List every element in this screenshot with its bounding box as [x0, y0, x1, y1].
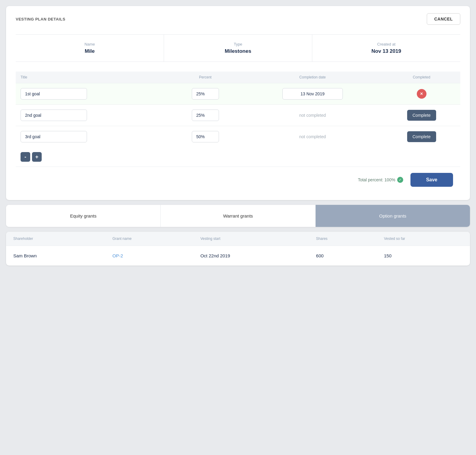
milestone-title-cell-2: [16, 126, 168, 148]
grants-header-row: Shareholder Grant name Vesting start Sha…: [6, 232, 470, 246]
grant-vesting-start: Oct 22nd 2019: [193, 246, 309, 266]
total-percent-label: Total percent: 100%: [358, 177, 395, 182]
milestone-percent-cell-2: [168, 126, 242, 148]
plan-info-row: Name Mile Type Milestones Created at Nov…: [16, 34, 460, 62]
milestone-percent-cell-0: [168, 83, 242, 105]
page-title: VESTING PLAN DETAILS: [16, 17, 65, 21]
grants-col-grant-name: Grant name: [105, 232, 193, 246]
milestone-title-input-1[interactable]: [21, 110, 87, 121]
total-percent-display: Total percent: 100% ✓: [358, 177, 403, 183]
col-header-completed: Completed: [383, 72, 460, 83]
type-value: Milestones: [169, 48, 307, 54]
tab-warrant-grants[interactable]: Warrant grants: [161, 205, 315, 227]
milestone-title-cell-0: [16, 83, 168, 105]
not-completed-text-1: not completed: [299, 113, 326, 118]
type-label: Type: [169, 42, 307, 46]
created-label: Created at: [317, 42, 455, 46]
table-row: not completedComplete: [16, 126, 460, 148]
add-remove-row: - +: [16, 147, 460, 167]
tabs-card: Equity grantsWarrant grantsOption grants: [6, 205, 470, 227]
cancel-button[interactable]: CANCEL: [427, 13, 460, 25]
col-header-title: Title: [16, 72, 168, 83]
grant-name-link[interactable]: OP-2: [112, 253, 123, 258]
milestone-percent-input-2[interactable]: [192, 131, 219, 142]
grants-col-shareholder: Shareholder: [6, 232, 105, 246]
grant-vested-so-far: 150: [377, 246, 470, 266]
tab-equity-grants[interactable]: Equity grants: [6, 205, 161, 227]
tab-option-grants[interactable]: Option grants: [316, 205, 470, 227]
table-row: ×: [16, 83, 460, 105]
milestone-action-cell-0: ×: [383, 83, 460, 105]
total-save-row: Total percent: 100% ✓ Save: [16, 167, 460, 193]
name-label: Name: [21, 42, 159, 46]
grants-table-row: Sam BrownOP-2Oct 22nd 2019600150: [6, 246, 470, 266]
grant-shares: 600: [309, 246, 377, 266]
grants-table: Shareholder Grant name Vesting start Sha…: [6, 232, 470, 266]
not-completed-text-2: not completed: [299, 134, 326, 139]
name-value: Mile: [21, 48, 159, 54]
save-button[interactable]: Save: [410, 173, 453, 187]
check-icon: ✓: [397, 177, 403, 183]
complete-button-1[interactable]: Complete: [407, 110, 436, 121]
plan-type-cell: Type Milestones: [164, 35, 312, 62]
complete-button-2[interactable]: Complete: [407, 131, 436, 142]
milestone-percent-input-0[interactable]: [192, 88, 219, 100]
table-header-row: Title Percent Completion date Completed: [16, 72, 460, 83]
add-milestone-button[interactable]: +: [32, 152, 42, 162]
milestone-title-input-2[interactable]: [21, 131, 87, 142]
grants-card: Shareholder Grant name Vesting start Sha…: [6, 232, 470, 266]
grants-col-vested: Vested so far: [377, 232, 470, 246]
grant-name-cell: OP-2: [105, 246, 193, 266]
table-row: not completedComplete: [16, 105, 460, 126]
col-header-percent: Percent: [168, 72, 242, 83]
vesting-plan-card: VESTING PLAN DETAILS CANCEL Name Mile Ty…: [6, 6, 470, 200]
milestone-action-cell-2: Complete: [383, 126, 460, 148]
card-header: VESTING PLAN DETAILS CANCEL: [16, 13, 460, 25]
milestone-action-cell-1: Complete: [383, 105, 460, 126]
grant-shareholder: Sam Brown: [6, 246, 105, 266]
milestone-title-cell-1: [16, 105, 168, 126]
milestone-date-cell-2: not completed: [242, 126, 383, 148]
uncomplete-button-0[interactable]: ×: [417, 89, 426, 99]
grants-col-vesting-start: Vesting start: [193, 232, 309, 246]
milestones-table: Title Percent Completion date Completed …: [16, 72, 460, 147]
created-value: Nov 13 2019: [317, 48, 455, 54]
milestone-title-input-0[interactable]: [21, 88, 87, 100]
col-header-completion-date: Completion date: [242, 72, 383, 83]
milestone-date-cell-0: [242, 83, 383, 105]
milestone-percent-input-1[interactable]: [192, 110, 219, 121]
milestone-date-cell-1: not completed: [242, 105, 383, 126]
remove-milestone-button[interactable]: -: [21, 152, 30, 162]
milestone-percent-cell-1: [168, 105, 242, 126]
milestone-date-input-0[interactable]: [282, 88, 343, 100]
grants-col-shares: Shares: [309, 232, 377, 246]
plan-name-cell: Name Mile: [16, 35, 164, 62]
plan-created-cell: Created at Nov 13 2019: [312, 35, 460, 62]
